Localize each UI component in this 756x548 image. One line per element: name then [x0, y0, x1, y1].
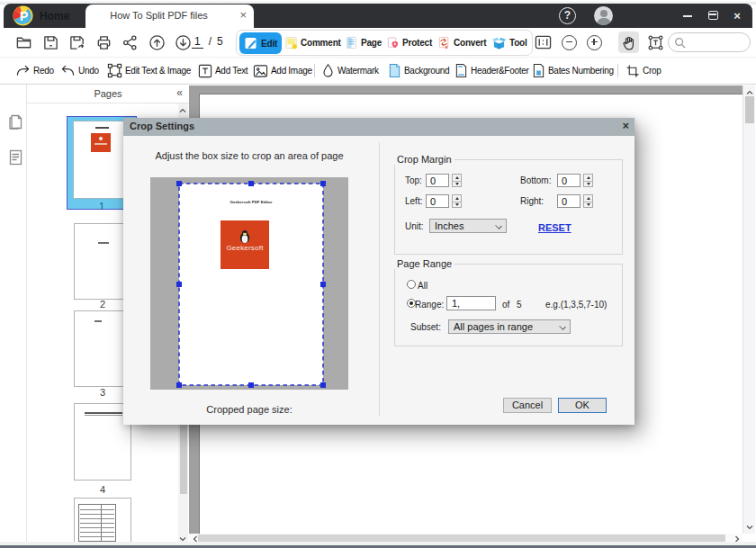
watermark-button[interactable]: Watermark [321, 58, 379, 84]
hand-icon [622, 35, 636, 50]
unit-select-caret-icon [495, 222, 502, 229]
bottom-margin-spinner[interactable] [583, 174, 593, 187]
crop-handle-bottom-left[interactable] [176, 382, 182, 388]
reset-link[interactable]: RESET [538, 222, 572, 233]
minus-icon [566, 41, 572, 43]
top-label: Top: [405, 175, 422, 185]
tab-comment[interactable]: Comment [284, 32, 341, 53]
fit-width-button[interactable] [535, 34, 552, 51]
bottom-margin-input[interactable]: 0 [557, 174, 580, 187]
crop-handle-top-center[interactable] [248, 181, 254, 186]
share-button[interactable] [122, 34, 139, 51]
help-icon[interactable]: ? [559, 7, 576, 24]
select-text-tool-button[interactable] [647, 34, 664, 51]
top-margin-input[interactable]: 0 [426, 174, 449, 187]
search-input[interactable] [668, 32, 751, 52]
print-button[interactable] [95, 34, 112, 51]
edit-text-image-button[interactable]: Edit Text & Image [107, 58, 191, 84]
left-margin-spinner[interactable] [452, 194, 462, 208]
tab-edit-label: Edit [261, 39, 277, 49]
window-close-button[interactable]: × [725, 4, 749, 28]
crop-handle-middle-right[interactable] [320, 282, 326, 287]
bates-numbering-button[interactable]: Bates Numbering [532, 58, 614, 84]
zoom-in-button[interactable] [587, 35, 602, 50]
user-avatar[interactable] [594, 6, 613, 25]
thumb1-logo-text-line [94, 143, 107, 145]
outline-panel-icon[interactable] [6, 148, 24, 167]
zoom-out-button[interactable] [562, 35, 577, 50]
crop-handle-top-left[interactable] [176, 181, 182, 186]
thumb4-content-line2 [85, 415, 122, 416]
all-pages-radio[interactable] [407, 280, 416, 289]
subset-select[interactable]: All pages in range [448, 319, 571, 334]
thumb1-logo [91, 133, 111, 152]
tab-page[interactable]: Page [345, 32, 382, 53]
app-logo-icon: P [13, 5, 33, 26]
add-text-button[interactable]: Add Text [198, 58, 248, 84]
crop-handle-bottom-right[interactable] [320, 382, 326, 388]
dialog-title: Crop Settings [130, 121, 194, 131]
watermark-icon [321, 63, 335, 78]
vscroll-down-icon[interactable] [746, 524, 753, 531]
right-margin-input[interactable]: 0 [557, 194, 580, 208]
save-button[interactable] [42, 34, 59, 51]
cancel-button[interactable]: Cancel [503, 398, 552, 413]
unit-select[interactable]: Inches [429, 219, 507, 233]
undo-button[interactable]: Undo [60, 58, 99, 84]
document-tab-close-icon[interactable]: × [239, 9, 247, 22]
collapse-panel-icon[interactable]: « [176, 86, 183, 99]
titlebar: P Home How To Split PDF files × ? × [4, 4, 752, 28]
search-icon [674, 37, 686, 49]
total-pages: 5 [217, 35, 223, 48]
vertical-scrollbar[interactable] [742, 85, 755, 534]
crop-handle-bottom-center[interactable] [248, 382, 254, 388]
ok-button[interactable]: OK [558, 398, 607, 413]
crop-selection-border[interactable] [178, 183, 324, 386]
previous-page-button[interactable] [148, 34, 166, 51]
tab-protect-label: Protect [402, 38, 432, 48]
redo-label: Redo [33, 66, 54, 76]
crop-handle-top-right[interactable] [320, 181, 326, 186]
window-minimize-button[interactable] [676, 4, 699, 28]
vscroll-up-icon[interactable] [746, 89, 753, 96]
header-footer-button[interactable]: Header&Footer [454, 58, 528, 84]
right-margin-spinner[interactable] [583, 194, 593, 208]
minimize-icon [683, 15, 692, 17]
crop-button[interactable]: Crop [626, 58, 661, 84]
hand-tool-button[interactable] [618, 31, 639, 53]
tab-tool[interactable]: Tool [491, 32, 527, 53]
thumbnail-5-page[interactable] [74, 498, 131, 544]
range-label: Range: [415, 300, 444, 310]
background-button[interactable]: Background [388, 58, 449, 84]
panel-scroll-up-icon[interactable] [179, 107, 186, 114]
left-margin-input[interactable]: 0 [426, 194, 449, 208]
thumb2-content-line [98, 242, 109, 244]
pages-panel-title: Pages [27, 88, 189, 99]
convert-icon: x [437, 36, 451, 49]
avatar-body-icon [598, 18, 610, 25]
home-menu[interactable]: Home [40, 10, 69, 22]
comment-icon [284, 36, 298, 49]
dialog-close-icon[interactable]: × [622, 119, 629, 132]
top-margin-spinner[interactable] [452, 174, 462, 187]
tab-protect[interactable]: Protect [386, 32, 432, 53]
range-input[interactable]: 1, [446, 296, 496, 310]
next-page-button[interactable] [175, 34, 192, 51]
background-icon [388, 63, 401, 78]
crop-handle-middle-left[interactable] [176, 282, 182, 287]
dialog-titlebar[interactable]: Crop Settings × [123, 118, 634, 136]
redo-button[interactable]: Redo [15, 58, 54, 84]
vscroll-thumb[interactable] [745, 96, 754, 123]
open-file-button[interactable] [15, 34, 32, 51]
window-maximize-button[interactable] [701, 4, 724, 28]
document-tab[interactable]: How To Split PDF files × [86, 4, 254, 28]
tab-convert[interactable]: x Convert [437, 32, 486, 53]
subset-select-caret-icon [559, 323, 566, 330]
thumbnails-panel-icon[interactable] [6, 112, 24, 131]
add-image-button[interactable]: Add Image [253, 58, 312, 84]
crop-settings-dialog: Crop Settings × Adjust the box size to c… [123, 118, 634, 425]
of-label: of [502, 300, 509, 310]
save-as-button[interactable] [68, 34, 86, 51]
tab-edit[interactable]: Edit [239, 32, 282, 54]
current-page-input[interactable]: 1 [192, 35, 203, 49]
